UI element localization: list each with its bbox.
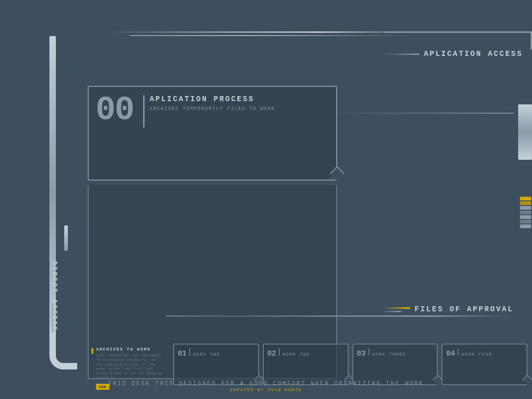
ap-number: 00 (96, 94, 133, 127)
work-card-1-divider (189, 348, 190, 356)
color-bar-2 (520, 201, 531, 205)
left-bottom-panel: ARCHIVES TO WORK FROM IMPORTANT THE DESI… (88, 344, 169, 385)
footer-sub-text: CREATED BY IVAN RUBIO (0, 388, 532, 393)
color-bar-4 (520, 211, 531, 214)
ap-divider (143, 95, 145, 127)
color-bar-6 (520, 220, 531, 224)
right-panel-line (329, 113, 514, 114)
work-card-4-num: 04 (446, 350, 455, 358)
work-card-1-title: WORK ONE (193, 352, 220, 357)
work-card-3[interactable]: 03 WORK THREE (352, 344, 438, 385)
work-card-4-header: 04 WORK FOUR (446, 348, 523, 358)
work-card-4-title: WORK FOUR (461, 352, 492, 357)
work-card-2-title: WORK TWO (283, 352, 310, 357)
work-card-2[interactable]: 02 WORK TWO (263, 344, 349, 385)
foa-lines (382, 307, 410, 312)
aplication-access-header: APLICATION ACCESS (382, 50, 532, 58)
aplication-access-label: APLICATION ACCESS (424, 50, 532, 58)
color-bar-3 (520, 206, 531, 210)
color-bar-5 (520, 215, 531, 219)
files-of-approval: FILES OF APPROVAL (382, 305, 514, 314)
work-card-4-divider (458, 348, 459, 356)
color-bar-7 (520, 224, 531, 228)
work-card-3-title: WORK THREE (372, 352, 406, 357)
color-bar-1 (520, 197, 531, 200)
work-card-2-header: 02 WORK TWO (267, 348, 344, 358)
work-card-2-num: 02 (267, 350, 276, 358)
work-card-4[interactable]: 04 WORK FOUR (441, 344, 527, 385)
direct-access-label: DIRECT ACCESS (51, 261, 58, 332)
ap-corner-cut (328, 171, 336, 180)
work-card-1-num: 01 (178, 350, 187, 358)
lbp-title: ARCHIVES TO WORK (96, 347, 165, 352)
lbp-text: FROM IMPORTANT THE DESIGNER TO DIFFERENT… (96, 354, 165, 381)
work-card-3-header: 03 WORK THREE (357, 348, 434, 358)
work-card-2-divider (279, 348, 280, 356)
work-card-1[interactable]: 01 WORK ONE (173, 344, 259, 385)
footer-main-text: THIS DESK THIS DESIGNED FOR A GOOD COMFO… (0, 381, 532, 387)
access-header-line (382, 54, 419, 55)
work-card-3-divider (369, 348, 369, 356)
foa-label: FILES OF APPROVAL (415, 305, 514, 314)
lbp-accent (91, 348, 93, 354)
foa-line-gray (382, 311, 401, 312)
aplication-process-box: 00 APLICATION PROCESS ARCHIVES TEMPORARI… (88, 86, 337, 181)
left-sidebar-curve (49, 332, 77, 369)
work-card-1-header: 01 WORK ONE (178, 348, 254, 358)
right-panel-bar (518, 104, 532, 160)
ap-title: APLICATION PROCESS (150, 95, 275, 103)
bottom-bar-line (88, 315, 514, 317)
foa-line-gold (382, 307, 410, 309)
ap-subtitle: ARCHIVES TEMPORARILY FILED TO WORK (150, 106, 275, 111)
main-area: 00 APLICATION PROCESS ARCHIVES TEMPORARI… (88, 86, 532, 399)
ap-title-area: APLICATION PROCESS ARCHIVES TEMPORARILY … (150, 95, 275, 111)
left-accent-bar (64, 225, 68, 251)
work-card-3-num: 03 (357, 350, 366, 358)
footer: THIS DESK THIS DESIGNED FOR A GOOD COMFO… (0, 381, 532, 393)
work-cards-row: 01 WORK ONE 02 WORK TWO 03 WORK THREE 04 (173, 344, 527, 385)
bottom-left-line (166, 315, 249, 317)
right-color-bars (520, 197, 531, 228)
